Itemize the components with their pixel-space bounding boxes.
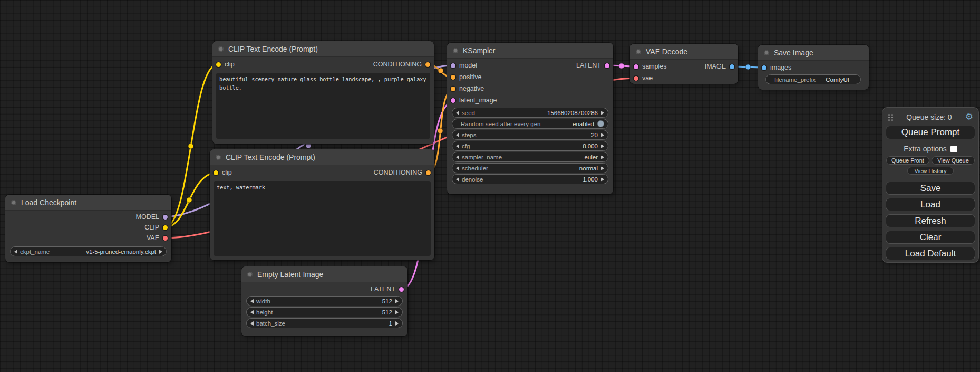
positive-input-port[interactable] (451, 75, 455, 80)
latent-image-input-port[interactable] (451, 98, 455, 103)
prompt-text-area[interactable]: beautiful scenery nature glass bottle la… (216, 73, 430, 139)
save-button[interactable]: Save (886, 182, 975, 195)
decrement-arrow-icon[interactable] (456, 177, 459, 182)
node-vae-decode[interactable]: VAE Decode samples IMAGE vae (630, 44, 738, 84)
clip-input-port[interactable] (214, 170, 218, 175)
node-title-bar[interactable]: Save Image (758, 45, 869, 61)
conditioning-output-port[interactable] (426, 170, 431, 175)
output-label-conditioning: CONDITIONING (374, 169, 422, 176)
conditioning-output-port[interactable] (425, 62, 430, 67)
increment-arrow-icon[interactable] (601, 155, 604, 159)
widget-scheduler[interactable]: scheduler normal (452, 163, 608, 173)
node-save-image[interactable]: Save Image images filename_prefix ComfyU… (758, 45, 869, 90)
view-history-button[interactable]: View History (907, 167, 954, 175)
extra-options-checkbox[interactable] (950, 146, 957, 152)
decrement-arrow-icon[interactable] (456, 144, 459, 148)
collapse-dot[interactable] (453, 48, 458, 53)
increment-arrow-icon[interactable] (395, 299, 399, 303)
decrement-arrow-icon[interactable] (250, 321, 254, 326)
widget-batch-size[interactable]: batch_size 1 (246, 318, 403, 328)
latent-output-port[interactable] (399, 287, 404, 292)
widget-filename-prefix[interactable]: filename_prefix ComfyUI (765, 74, 861, 84)
widget-value: 512 (382, 298, 392, 304)
collapse-dot[interactable] (636, 49, 641, 54)
widget-label: steps (462, 132, 477, 138)
gear-icon[interactable] (965, 112, 973, 121)
decrement-arrow-icon[interactable] (250, 310, 254, 314)
collapse-dot[interactable] (216, 155, 221, 160)
node-title-bar[interactable]: Load Checkpoint (5, 195, 171, 211)
increment-arrow-icon[interactable] (601, 144, 604, 148)
node-graph-canvas[interactable]: Load Checkpoint MODEL CLIP VAE ckpt_name… (0, 0, 980, 372)
increment-arrow-icon[interactable] (601, 166, 604, 170)
latent-output-port[interactable] (605, 63, 609, 68)
queue-front-button[interactable]: Queue Front (886, 156, 929, 165)
collapse-dot[interactable] (247, 272, 253, 277)
drag-handle-icon[interactable] (888, 113, 893, 121)
node-title-bar[interactable]: Empty Latent Image (241, 266, 407, 282)
load-default-button[interactable]: Load Default (886, 247, 975, 260)
increment-arrow-icon[interactable] (159, 250, 162, 254)
link-dot (188, 144, 193, 149)
widget-ckpt-name[interactable]: ckpt_name v1-5-pruned-emaonly.ckpt (10, 246, 167, 256)
widget-seed[interactable]: seed 156680208700286 (452, 108, 608, 118)
model-input-port[interactable] (451, 63, 455, 68)
clip-output-port[interactable] (163, 225, 168, 230)
decrement-arrow-icon[interactable] (14, 250, 17, 254)
widget-width[interactable]: width 512 (246, 296, 403, 306)
clip-input-port[interactable] (216, 62, 221, 67)
images-input-port[interactable] (762, 65, 766, 70)
link-dot (438, 68, 443, 73)
node-title-bar[interactable]: KSampler (447, 43, 613, 59)
node-load-checkpoint[interactable]: Load Checkpoint MODEL CLIP VAE ckpt_name… (5, 195, 171, 262)
widget-sampler-name[interactable]: sampler_name euler (452, 152, 608, 162)
widget-value: v1-5-pruned-emaonly.ckpt (86, 249, 156, 255)
node-ksampler[interactable]: KSampler model LATENT positive negative … (447, 43, 613, 194)
widget-cfg[interactable]: cfg 8.000 (452, 141, 608, 151)
node-empty-latent-image[interactable]: Empty Latent Image LATENT width 512 heig… (241, 266, 407, 336)
collapse-dot[interactable] (11, 200, 16, 205)
increment-arrow-icon[interactable] (601, 133, 604, 137)
increment-arrow-icon[interactable] (395, 321, 399, 326)
collapse-dot[interactable] (764, 50, 769, 55)
widget-height[interactable]: height 512 (246, 307, 403, 317)
input-label-latent-image: latent_image (459, 97, 497, 104)
node-title: Save Image (774, 49, 813, 57)
clear-button[interactable]: Clear (886, 231, 975, 244)
widget-steps[interactable]: steps 20 (452, 130, 608, 140)
increment-arrow-icon[interactable] (601, 177, 604, 182)
node-title-bar[interactable]: CLIP Text Encode (Prompt) (212, 41, 434, 57)
model-output-port[interactable] (163, 215, 168, 220)
input-label-clip: clip (222, 169, 232, 176)
widget-value: 8.000 (583, 143, 598, 149)
queue-panel[interactable]: Queue size: 0 Queue Prompt Extra options… (882, 107, 979, 263)
image-output-port[interactable] (730, 64, 734, 69)
vae-output-port[interactable] (163, 236, 168, 241)
vae-input-port[interactable] (634, 76, 638, 81)
collapse-dot[interactable] (218, 46, 224, 52)
increment-arrow-icon[interactable] (395, 310, 399, 314)
prompt-text-area[interactable]: text, watermark (214, 181, 431, 256)
queue-prompt-button[interactable]: Queue Prompt (886, 126, 975, 139)
node-title-bar[interactable]: VAE Decode (630, 44, 738, 60)
queue-size-label: Queue size: 0 (893, 113, 965, 121)
toggle-indicator[interactable] (597, 120, 604, 127)
load-button[interactable]: Load (886, 198, 975, 211)
node-clip-text-encode-negative[interactable]: CLIP Text Encode (Prompt) clip CONDITION… (210, 149, 434, 260)
decrement-arrow-icon[interactable] (250, 299, 254, 303)
decrement-arrow-icon[interactable] (456, 155, 459, 159)
link-dot (187, 197, 192, 203)
decrement-arrow-icon[interactable] (456, 166, 459, 170)
decrement-arrow-icon[interactable] (456, 133, 459, 137)
view-queue-button[interactable]: View Queue (932, 156, 975, 165)
node-clip-text-encode-positive[interactable]: CLIP Text Encode (Prompt) clip CONDITION… (212, 41, 434, 144)
refresh-button[interactable]: Refresh (886, 214, 975, 227)
negative-input-port[interactable] (451, 87, 455, 91)
decrement-arrow-icon[interactable] (456, 111, 459, 115)
increment-arrow-icon[interactable] (601, 111, 604, 115)
widget-random-seed-toggle[interactable]: Random seed after every gen enabled (452, 119, 608, 129)
widget-value: 20 (591, 132, 598, 138)
samples-input-port[interactable] (634, 64, 638, 69)
widget-denoise[interactable]: denoise 1.000 (452, 174, 608, 184)
node-title-bar[interactable]: CLIP Text Encode (Prompt) (210, 149, 434, 165)
